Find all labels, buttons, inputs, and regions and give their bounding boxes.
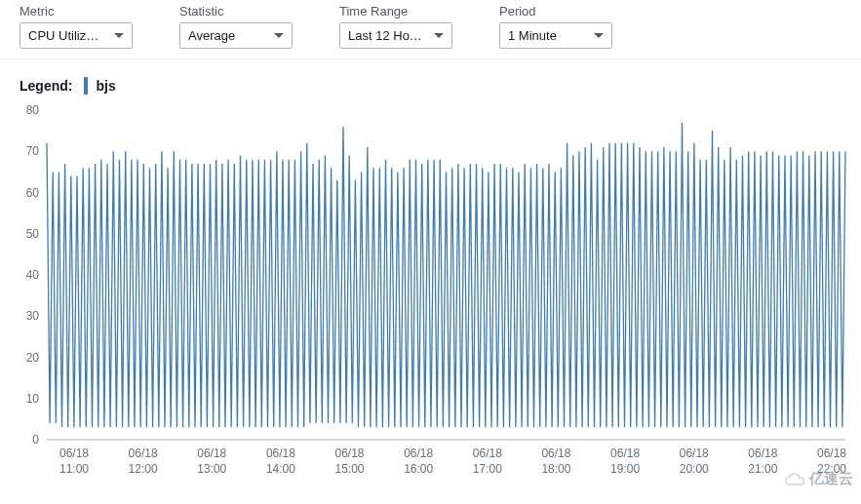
chevron-down-icon [114,33,124,39]
svg-text:06/18: 06/18 [404,446,433,460]
metric-control: Metric CPU Utiliz… [20,4,133,49]
svg-text:15:00: 15:00 [335,462,365,476]
svg-text:06/18: 06/18 [197,446,226,460]
svg-text:16:00: 16:00 [404,462,433,476]
svg-text:06/18: 06/18 [541,446,570,460]
cloud-icon [784,473,805,486]
timerange-value: Last 12 Ho… [348,28,428,43]
period-select[interactable]: 1 Minute [499,22,612,49]
svg-text:20:00: 20:00 [680,462,709,476]
watermark: 亿速云 [784,470,853,488]
svg-text:13:00: 13:00 [197,462,226,476]
svg-text:17:00: 17:00 [473,462,502,476]
period-label: Period [499,4,612,19]
svg-text:20: 20 [26,351,40,365]
svg-text:06/18: 06/18 [680,446,709,460]
chevron-down-icon [274,33,284,39]
svg-text:80: 80 [26,104,40,117]
svg-text:06/18: 06/18 [335,446,365,460]
svg-text:10: 10 [26,392,40,406]
timerange-label: Time Range [339,4,452,19]
timerange-control: Time Range Last 12 Ho… [339,4,452,49]
legend-title: Legend: [20,78,72,94]
svg-text:11:00: 11:00 [59,462,89,476]
metric-value: CPU Utiliz… [28,28,108,43]
statistic-label: Statistic [179,4,293,19]
svg-text:60: 60 [26,186,40,200]
legend: Legend: bjs [0,59,861,100]
svg-text:21:00: 21:00 [748,462,777,476]
period-control: Period 1 Minute [499,4,612,49]
svg-text:06/18: 06/18 [748,446,777,460]
svg-text:14:00: 14:00 [266,462,295,476]
svg-text:50: 50 [26,227,40,241]
svg-text:12:00: 12:00 [129,462,158,476]
chevron-down-icon [594,33,604,39]
svg-text:06/18: 06/18 [266,446,295,460]
svg-text:30: 30 [26,309,40,323]
svg-text:18:00: 18:00 [541,462,570,476]
metric-label: Metric [20,4,133,19]
watermark-text: 亿速云 [809,470,853,488]
legend-series-name: bjs [96,78,115,94]
svg-text:40: 40 [26,268,40,282]
svg-text:70: 70 [26,144,40,158]
svg-text:06/18: 06/18 [817,446,846,460]
legend-swatch [84,77,88,95]
statistic-value: Average [188,28,268,43]
svg-text:06/18: 06/18 [473,446,502,460]
svg-text:0: 0 [32,433,39,446]
statistic-select[interactable]: Average [179,22,293,49]
metric-select[interactable]: CPU Utiliz… [20,22,133,49]
controls-bar: Metric CPU Utiliz… Statistic Average Tim… [0,0,861,59]
svg-text:06/18: 06/18 [129,446,158,460]
svg-text:06/18: 06/18 [59,446,89,460]
statistic-control: Statistic Average [179,4,293,49]
timerange-select[interactable]: Last 12 Ho… [339,22,452,49]
period-value: 1 Minute [508,28,588,43]
line-chart: 0102030405060708006/1811:0006/1812:0006/… [14,104,847,490]
svg-text:06/18: 06/18 [610,446,640,460]
chart-container: 0102030405060708006/1811:0006/1812:0006/… [0,100,861,490]
svg-text:19:00: 19:00 [610,462,640,476]
chevron-down-icon [434,33,444,39]
